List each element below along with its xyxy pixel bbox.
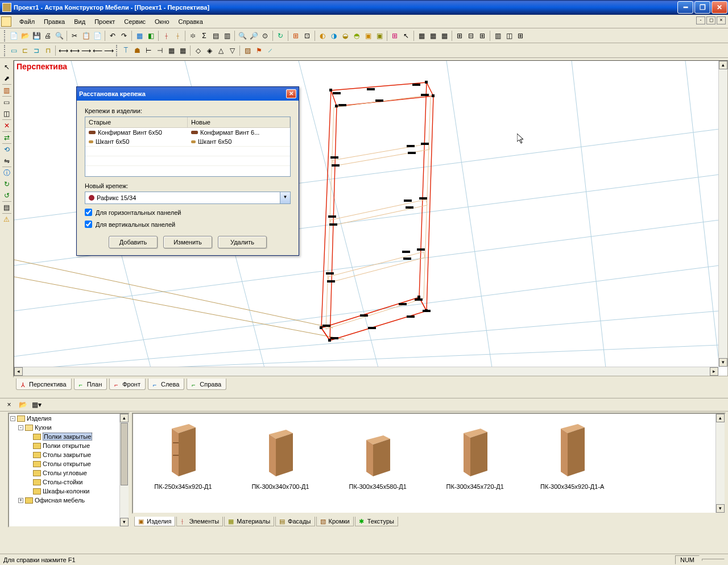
new-fastener-combo[interactable]: Рафикс 15/34 ▼: [85, 192, 291, 204]
fix-icon[interactable]: ⊣: [155, 45, 165, 56]
view-icon[interactable]: ◑: [329, 31, 339, 41]
copy-icon[interactable]: 📋: [81, 31, 91, 41]
edge-icon[interactable]: ⟋: [265, 45, 275, 56]
thumb-item[interactable]: ПК-300х340х700-Д1: [235, 422, 326, 490]
tool-icon[interactable]: ◧: [146, 31, 156, 41]
thumbnail-panel[interactable]: ПК-250х345х920-Д1 ПК-300х340х700-Д1 ПК-3…: [132, 413, 726, 514]
rotate3d-icon[interactable]: ↺: [2, 190, 12, 201]
mdi-icon[interactable]: [1, 16, 11, 27]
close-button[interactable]: ✕: [712, 1, 727, 14]
tab-right[interactable]: ⌐Справа: [187, 379, 226, 390]
minimize-button[interactable]: ━: [677, 1, 693, 14]
dim-icon[interactable]: ▥: [493, 31, 503, 41]
dim-icon[interactable]: ⟵: [92, 45, 102, 56]
check-horizontal-input[interactable]: [85, 209, 92, 216]
redo-icon[interactable]: ↷: [119, 31, 129, 41]
panel-icon[interactable]: ⊓: [43, 45, 53, 56]
scrollbar-vertical[interactable]: ▴ ▾: [718, 61, 727, 367]
cut-icon[interactable]: ✂: [69, 31, 80, 41]
print-icon[interactable]: 🖨: [43, 31, 53, 41]
group-icon[interactable]: ፨: [188, 31, 198, 41]
tree-node-tables-open[interactable]: Столы открытые: [43, 460, 91, 467]
tab-edges[interactable]: ▧Кромки: [316, 517, 354, 526]
tree-node-tables-corner[interactable]: Столы угловые: [43, 470, 87, 476]
tab-materials[interactable]: ▦Материалы: [224, 517, 274, 526]
maximize-button[interactable]: ❐: [694, 1, 710, 14]
thumb-item[interactable]: ПК-300х345х580-Д1: [332, 422, 423, 490]
grid-icon[interactable]: ▦: [416, 31, 427, 41]
panel-icon[interactable]: ▭: [9, 45, 19, 56]
shape-icon[interactable]: ◇: [193, 45, 203, 56]
list-row[interactable]: Конфирмат Винт 6x50 Конфирмат Винт 6...: [85, 128, 290, 137]
check-vertical[interactable]: Для вертикальных панелей: [85, 221, 291, 228]
warning-icon[interactable]: ⚠: [2, 214, 12, 225]
tree-node-tables-stand[interactable]: Столы-стойки: [43, 479, 82, 485]
tab-left[interactable]: ⌐Слева: [148, 379, 184, 390]
thumb-item[interactable]: ПК-300х345х720-Д1: [429, 422, 520, 490]
delete-icon[interactable]: ✕: [2, 121, 12, 131]
dialog-titlebar[interactable]: Расстановка крепежа ✕: [77, 87, 299, 101]
view-icon[interactable]: ◐: [317, 31, 328, 41]
tool-icon[interactable]: ▦: [134, 31, 144, 41]
tree-node-tables-closed[interactable]: Столы закрытые: [43, 451, 91, 458]
menu-edit[interactable]: Правка: [39, 17, 69, 26]
fix-icon[interactable]: ☗: [132, 45, 142, 56]
open-folder-icon[interactable]: 📂: [18, 400, 28, 410]
tree-node-cabinets-columns[interactable]: Шкафы-колонки: [43, 488, 89, 495]
mirror-icon[interactable]: ⇋: [2, 156, 12, 166]
save-icon[interactable]: 💾: [31, 31, 42, 41]
dim-icon[interactable]: ⊞: [515, 31, 526, 41]
preview-icon[interactable]: 🔍: [54, 31, 64, 41]
zoom-out-icon[interactable]: 🔎: [249, 31, 259, 41]
col-old[interactable]: Старые: [85, 117, 188, 127]
dim-icon[interactable]: ⟶: [81, 45, 91, 56]
zoom-fit-icon[interactable]: ⊙: [260, 31, 270, 41]
tree-node-office[interactable]: Офисная мебель: [35, 497, 85, 504]
fasteners-list[interactable]: Старые Новые Конфирмат Винт 6x50 Конфирм…: [85, 117, 291, 177]
fix-icon[interactable]: ▦: [177, 45, 188, 56]
tab-front[interactable]: ⌐Фронт: [109, 379, 146, 390]
texture-icon[interactable]: ▨: [242, 45, 253, 56]
panel-icon[interactable]: ▭: [2, 97, 12, 107]
tab-facades[interactable]: ▤Фасады: [275, 517, 315, 526]
tab-textures[interactable]: ✱Текстуры: [355, 517, 398, 526]
tree-scrollbar[interactable]: ▴ ▾: [119, 414, 129, 526]
view-icon[interactable]: ◓: [351, 31, 362, 41]
grid-icon[interactable]: ▦: [428, 31, 438, 41]
zoom-in-icon[interactable]: 🔍: [237, 31, 247, 41]
menu-file[interactable]: Файл: [15, 17, 39, 26]
tree-node-kitchens[interactable]: Кухни: [35, 424, 52, 431]
spec-icon[interactable]: ▤: [210, 31, 221, 41]
thumb-scrollbar[interactable]: ▴ ▾: [715, 414, 725, 513]
sum-icon[interactable]: Σ: [199, 31, 209, 41]
shape-icon[interactable]: ◈: [204, 45, 214, 56]
menu-help[interactable]: Справка: [174, 17, 208, 26]
menu-project[interactable]: Проект: [90, 17, 119, 26]
rotate-icon[interactable]: ⟲: [2, 144, 12, 155]
tree-node-shelves-closed[interactable]: Полки закрытые: [43, 433, 92, 441]
new-icon[interactable]: 📄: [9, 31, 19, 41]
align-icon[interactable]: ⊞: [477, 31, 487, 41]
dialog-close-button[interactable]: ✕: [286, 89, 296, 98]
fastener-icon[interactable]: ⟊: [161, 31, 171, 41]
fix-icon[interactable]: ⊢: [143, 45, 154, 56]
info-icon[interactable]: ⓘ: [2, 168, 12, 178]
menu-view[interactable]: Вид: [69, 17, 90, 26]
grid-icon[interactable]: ▦: [439, 31, 449, 41]
move-icon[interactable]: ⇄: [2, 132, 12, 143]
align-icon[interactable]: ⊟: [466, 31, 476, 41]
box-icon[interactable]: ▥: [2, 85, 12, 95]
list-row[interactable]: Шкант 6x50 Шкант 6x50: [85, 137, 290, 146]
flag-icon[interactable]: ⚑: [254, 45, 264, 56]
fix-icon[interactable]: ▦: [166, 45, 176, 56]
list-icon[interactable]: ▤: [2, 202, 12, 213]
thumb-item[interactable]: ПК-250х345х920-Д1: [138, 422, 229, 490]
edit-button[interactable]: Изменить: [163, 236, 212, 248]
tab-elements[interactable]: ⟊Элементы: [176, 517, 223, 526]
check-horizontal[interactable]: Для горизонтальных панелей: [85, 209, 291, 216]
view-icon[interactable]: ▣: [363, 31, 373, 41]
library-tree[interactable]: -Изделия -Кухни Полки закрытые Полки отк…: [8, 413, 130, 527]
view-icon[interactable]: ▣: [374, 31, 384, 41]
add-button[interactable]: Добавить: [109, 236, 158, 248]
dim-icon[interactable]: ⟷: [69, 45, 80, 56]
